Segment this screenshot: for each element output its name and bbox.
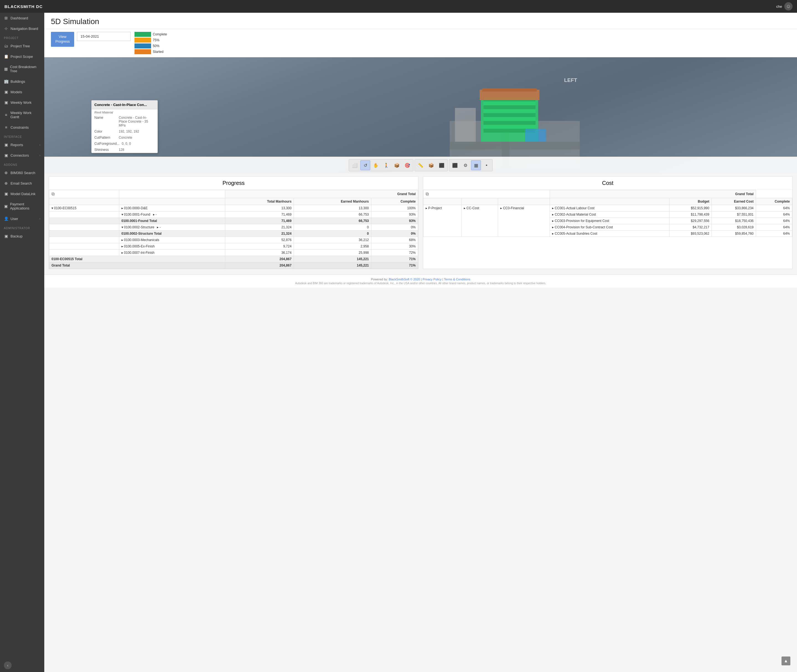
models-icon: ▣ [4,90,8,94]
sidebar-item-label: Backup [11,234,22,238]
sidebar-item-weekly-work-gantt[interactable]: ≡ Weekly Work Gantt [0,108,44,122]
toolbar-btn-explode[interactable]: ⬛ [437,160,447,170]
sidebar-item-buildings[interactable]: 🏢 Buildings [0,76,44,86]
toolbar-btn-target[interactable]: 🎯 [402,160,412,170]
progress-title: Progress [49,177,418,190]
earned-cost: $59,854,760 [712,230,756,237]
progress-col-total-manhours: Total Manhours [225,198,294,205]
row-earned: 66,753 [294,211,371,218]
row-complete: 68% [371,237,418,243]
sidebar-item-models[interactable]: ▣ Models [0,86,44,97]
weekly-work-icon: ▣ [4,100,8,105]
building-svg: LEFT [308,69,722,168]
row-id [49,237,119,243]
svg-rect-15 [525,129,546,142]
item-label: ▸ CC001-Actual Labour Cost [550,205,669,211]
sidebar-item-user[interactable]: 👤 User › [0,213,44,224]
sidebar-item-project-tree[interactable]: 🗂 Project Tree [0,41,44,51]
toolbar-btn-pan[interactable]: ✋ [371,160,381,170]
sidebar-item-cost-breakdown-tree[interactable]: ▦ Cost Breakdown Tree [0,62,44,76]
complete: 64% [756,211,792,218]
toolbar-container: ⬜ ↺ ✋ 🚶 📦 🎯 📏 📦 ⬛ [44,157,797,174]
sidebar: ⊞ Dashboard ⊹ Navigation Board PROJECT 🗂… [0,13,44,672]
table-row: ▾ 0100.0001-Found ▸ - 71,469 66,753 93% [49,211,418,218]
toolbar-btn-camera[interactable]: 📦 [392,160,402,170]
complete: 64% [756,224,792,230]
body-wrapper: ⊞ Dashboard ⊹ Navigation Board PROJECT 🗂… [0,13,797,672]
row-id [49,243,119,250]
table-row: ▾ 0100-EC00515 ▸ 0100.0000-D&E 13,300 13… [49,205,418,211]
footer-terms-link[interactable]: Terms & Conditions [444,278,470,281]
toolbar-row: ⬜ ↺ ✋ 🚶 📦 🎯 📏 📦 ⬛ [44,157,797,174]
toolbar-btn-fullscreen[interactable]: ▪ [482,160,491,170]
budget: $4,732,217 [669,224,712,230]
sidebar-item-model-datalink[interactable]: ▣ Model DataLink [0,189,44,199]
cc-cost-cell: ▸ CC-Cost [462,205,498,237]
complete: 64% [756,218,792,224]
sidebar-item-reports[interactable]: ▣ Reports › [0,139,44,150]
footer-company-link[interactable]: BlackSmithSoft © 2020 [389,278,420,281]
sidebar-item-connectors[interactable]: ▣ Connectors › [0,150,44,160]
footer-main: Powered by: BlackSmithSoft © 2020 | Priv… [47,278,794,281]
row-complete: 72% [371,250,418,256]
toolbar-btn-section[interactable]: 📦 [426,160,436,170]
earned-cost: $3,028,619 [712,224,756,230]
row-complete: 0% [371,224,418,230]
sidebar-item-email-search[interactable]: ⊕ Email Search [0,178,44,189]
popup-field-value-color: 192, 192, 192 [119,130,139,133]
earned-cost: $7,551,001 [712,211,756,218]
popup-header: Concrete - Cast-In-Place Con... [91,101,157,109]
sidebar-item-constraints[interactable]: ≡ Constraints [0,122,44,133]
sidebar-item-navigation-board[interactable]: ⊹ Navigation Board [0,23,44,34]
material-popup: Concrete - Cast-In-Place Con... Revit Ma… [91,100,158,153]
toolbar-btn-properties[interactable]: ⬛ [450,160,460,170]
sidebar-item-dashboard[interactable]: ⊞ Dashboard [0,13,44,23]
legend-label-started: Started [153,50,163,54]
sidebar-item-bim360[interactable]: ⊕ BIM360 Search [0,168,44,178]
sidebar-collapse-button[interactable]: ‹ [4,661,12,669]
toolbar-btn-measure[interactable]: 📏 [416,160,426,170]
sidebar-item-payment-applications[interactable]: ▣ Payment Applications [0,199,44,213]
row-complete: 93% [371,211,418,218]
view-progress-bar: ViewProgress Complete 75% 50% [44,29,797,57]
user-info: che ☺ [776,2,792,11]
legend-started: Started [134,49,167,54]
col-project [423,198,462,205]
username-label: che [776,5,782,9]
grand-total-label: Grand Total [49,262,225,269]
toolbar-btn-settings[interactable]: ⚙ [461,160,471,170]
sidebar-item-backup[interactable]: ▣ Backup [0,231,44,242]
toolbar-btn-rotate[interactable]: ↺ [360,160,370,170]
popup-field-value-cutfore: 0, 0, 0 [122,142,131,146]
reports-arrow: › [39,143,40,146]
sidebar-item-weekly-work[interactable]: ▣ Weekly Work [0,97,44,108]
sidebar-item-project-scope[interactable]: 📋 Project Scope [0,51,44,62]
earned-cost: $18,750,436 [712,218,756,224]
toolbar-btn-view[interactable]: ▦ [471,160,481,170]
row-total: 52,876 [225,237,294,243]
row-complete: 100% [371,205,418,211]
progress-panel: Progress ⧉ Grand Total [49,176,418,269]
toolbar-btn-walk[interactable]: 🚶 [381,160,391,170]
popup-row-cutfore: CutForeground... 0, 0, 0 [91,141,157,147]
popup-field-value-cutpattern: Concrete [119,136,132,139]
date-input[interactable] [77,32,131,41]
app-wrapper: BLACKSMITH DC che ☺ ⊞ Dashboard ⊹ Naviga… [0,0,797,672]
cost-copy-icon[interactable]: ⧉ [426,192,429,196]
scroll-to-top-button[interactable]: ▲ [781,656,791,666]
toolbar-btn-select[interactable]: ⬜ [350,160,360,170]
3d-viewer[interactable]: LEFT Concrete - Cast-In-Place Con... Rev… [44,57,797,174]
legend-label-complete: Complete [153,32,167,36]
cost-grand-total-header: Grand Total [550,190,756,198]
user-icon: 👤 [4,216,8,221]
row-complete: 30% [371,243,418,250]
footer-privacy-link[interactable]: Privacy Policy [423,278,442,281]
sidebar-item-label: Dashboard [11,16,28,20]
view-progress-button[interactable]: ViewProgress [51,32,74,47]
popup-row-color: Color 192, 192, 192 [91,128,157,134]
progress-copy-icon[interactable]: ⧉ [51,192,54,196]
footer-disclaimer: Autodesk and BIM 360 are trademarks or r… [47,282,794,285]
row-sub: ▾ 0100.0002-Structure ▸ - [119,224,225,230]
row-earned: 145,221 [294,256,371,262]
progress-table: ⧉ Grand Total Total Manhours Earned Manh… [49,190,418,269]
